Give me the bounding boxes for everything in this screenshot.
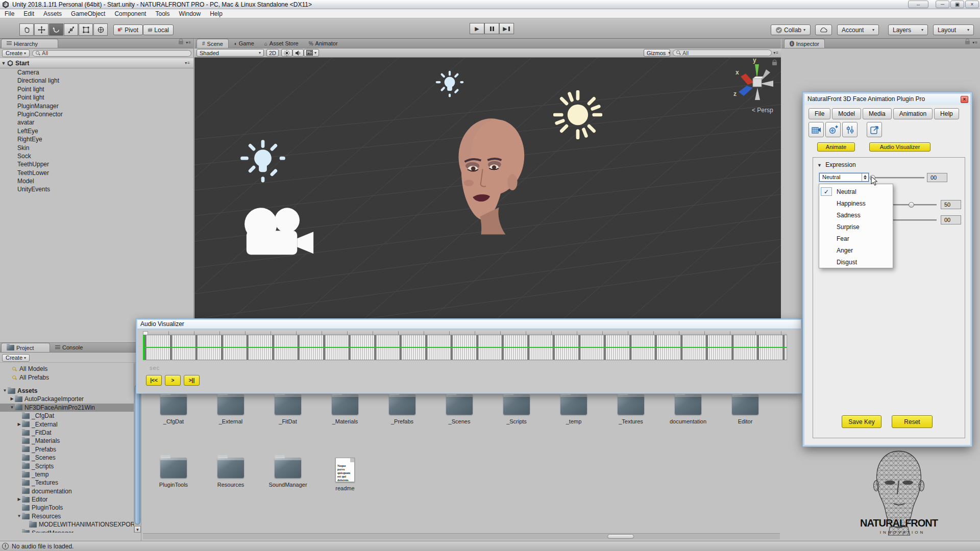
- menu-item-tools[interactable]: Tools: [151, 9, 174, 18]
- lock-icon[interactable]: [772, 62, 777, 65]
- slider-knob[interactable]: [909, 202, 914, 208]
- project-item-readme[interactable]: Neque porro quisquam est qui dolorem.rea…: [318, 458, 372, 491]
- hierarchy-item-unityevents[interactable]: UnityEvents: [0, 185, 193, 193]
- pivot-toggle-button[interactable]: Pivot: [113, 24, 143, 35]
- tree-item-assets[interactable]: ▼Assets: [0, 387, 134, 395]
- hierarchy-item-lefteye[interactable]: LeftEye: [0, 127, 193, 135]
- tree-item-materials[interactable]: _Materials: [0, 437, 134, 445]
- project-item-prefabs[interactable]: _Prefabs: [376, 394, 429, 424]
- tab-console[interactable]: Console: [50, 343, 96, 352]
- close-button[interactable]: ×: [965, 1, 979, 8]
- directional-light-icon[interactable]: [553, 90, 602, 139]
- play-button[interactable]: ▶: [470, 23, 484, 34]
- project-create-button[interactable]: Create▾: [2, 354, 30, 362]
- cloud-button[interactable]: [815, 24, 832, 35]
- tree-item-documentation[interactable]: documentation: [0, 487, 134, 495]
- tab-asset-store[interactable]: ⌂Asset Store: [259, 39, 304, 48]
- menu-item-window[interactable]: Window: [174, 9, 205, 18]
- pause-button[interactable]: [484, 23, 499, 34]
- lighting-toggle-button[interactable]: [281, 49, 292, 57]
- expression-option-neutral[interactable]: ✓Neutral: [819, 186, 893, 197]
- 2d-toggle-button[interactable]: 2D: [266, 49, 279, 57]
- transport-button-0[interactable]: |<<: [146, 375, 162, 386]
- expression-option-anger[interactable]: Anger: [819, 244, 893, 256]
- lock-icon[interactable]: [179, 41, 183, 44]
- scene-panel-menu-icon[interactable]: ▾≡: [773, 51, 779, 55]
- layers-dropdown[interactable]: Layers▾: [888, 24, 928, 35]
- hierarchy-item-camera[interactable]: Camera: [0, 68, 193, 77]
- sliders-button[interactable]: [842, 122, 857, 137]
- move-tool-button[interactable]: [34, 23, 48, 36]
- tree-item-soundmanager[interactable]: SoundManager: [0, 529, 134, 533]
- expression-dropdown[interactable]: Neutral: [819, 173, 869, 182]
- tree-item-temp[interactable]: _temp: [0, 470, 134, 479]
- expression-header[interactable]: ▼ Expression: [817, 161, 856, 168]
- foldout-icon[interactable]: ▶: [9, 395, 15, 403]
- foldout-icon[interactable]: ▼: [2, 387, 8, 395]
- expression-value-3[interactable]: 00: [941, 215, 961, 224]
- perspective-label[interactable]: < Persp: [752, 107, 773, 114]
- menu-item-file[interactable]: File: [0, 9, 19, 18]
- plugin-tab-media[interactable]: Media: [863, 108, 892, 119]
- project-item-plugintools[interactable]: PluginTools: [147, 458, 200, 488]
- scrollbar-down-arrow[interactable]: ▼: [134, 526, 141, 533]
- tree-item-scenes[interactable]: _Scenes: [0, 454, 134, 462]
- project-item-soundmanager[interactable]: SoundManager: [261, 458, 314, 488]
- tree-item-nf3dfaceanimpro21win[interactable]: ▼NF3DFaceAnimPro21Win: [0, 404, 134, 412]
- hierarchy-item-righteye[interactable]: RightEye: [0, 135, 193, 143]
- reset-button[interactable]: Reset: [892, 415, 933, 428]
- transport-button-2[interactable]: >||: [184, 375, 200, 386]
- hierarchy-item-model[interactable]: Model: [0, 177, 193, 185]
- minimize-button[interactable]: ─: [936, 1, 949, 8]
- scale-tool-button[interactable]: [64, 23, 78, 36]
- layout-dropdown[interactable]: Layout▾: [933, 24, 974, 35]
- waveform-timeline[interactable]: [143, 335, 787, 360]
- tab-inspector[interactable]: i Inspector: [784, 39, 825, 48]
- collab-dropdown[interactable]: Collab▾: [771, 24, 811, 35]
- scrollbar-handle[interactable]: [135, 385, 140, 524]
- local-toggle-button[interactable]: Local: [143, 24, 174, 35]
- foldout-icon[interactable]: ▼: [16, 512, 22, 520]
- tab-animator[interactable]: %Animator: [304, 39, 343, 48]
- menu-item-help[interactable]: Help: [205, 9, 227, 18]
- animate-button[interactable]: Animate: [817, 142, 855, 152]
- orientation-gizmo[interactable]: y x z: [731, 58, 781, 112]
- resize-button[interactable]: ⇔: [908, 1, 928, 8]
- project-item-scenes[interactable]: _Scenes: [433, 394, 486, 424]
- expression-option-surprise[interactable]: Surprise: [819, 221, 893, 233]
- account-dropdown[interactable]: Account▾: [837, 24, 879, 35]
- foldout-icon[interactable]: ▼: [817, 163, 822, 168]
- shading-dropdown[interactable]: Shaded▾: [197, 49, 264, 57]
- hierarchy-search-input[interactable]: All: [32, 50, 191, 57]
- rect-tool-button[interactable]: [79, 23, 93, 36]
- project-item-editor[interactable]: Editor: [719, 394, 772, 424]
- tree-item-modelwithanimationsexpor[interactable]: MODELWITHANIMATIONSEXPOR: [0, 520, 134, 529]
- menu-item-gameobject[interactable]: GameObject: [66, 9, 110, 18]
- foldout-icon[interactable]: ▶: [16, 420, 22, 429]
- face-model[interactable]: [449, 115, 531, 237]
- hierarchy-item-point-light[interactable]: Point light: [0, 93, 193, 102]
- hierarchy-item-point-light[interactable]: Point light: [0, 85, 193, 93]
- hierarchy-item-skin[interactable]: Skin: [0, 144, 193, 152]
- timeline-ruler[interactable]: [143, 331, 787, 335]
- panel-menu-icon[interactable]: ▾≡: [972, 40, 978, 45]
- point-light-icon[interactable]: [435, 70, 464, 99]
- foldout-icon[interactable]: ▼: [0, 61, 7, 66]
- hierarchy-item-sock[interactable]: Sock: [0, 152, 193, 160]
- save-key-button[interactable]: Save Key: [842, 415, 881, 428]
- scene-viewport[interactable]: y x z < Persp: [194, 58, 781, 342]
- lock-icon[interactable]: [965, 41, 970, 44]
- add-model-button[interactable]: [825, 122, 841, 137]
- transport-button-1[interactable]: >: [165, 375, 181, 386]
- menu-item-assets[interactable]: Assets: [39, 9, 66, 18]
- hierarchy-create-button[interactable]: Create▾: [2, 49, 30, 57]
- tree-item-prefabs[interactable]: _Prefabs: [0, 445, 134, 454]
- hierarchy-item-pluginconnector[interactable]: PluginConnector: [0, 110, 193, 118]
- tree-item-textures[interactable]: _Textures: [0, 479, 134, 487]
- restore-button[interactable]: ▣: [950, 1, 964, 8]
- hierarchy-item-avatar[interactable]: avatar: [0, 118, 193, 127]
- camera-icon[interactable]: [238, 204, 314, 263]
- hierarchy-item-teethlower[interactable]: TeethLower: [0, 169, 193, 177]
- panel-menu-icon[interactable]: ▾≡: [186, 40, 191, 45]
- scene-menu-icon[interactable]: ▾≡: [185, 61, 190, 65]
